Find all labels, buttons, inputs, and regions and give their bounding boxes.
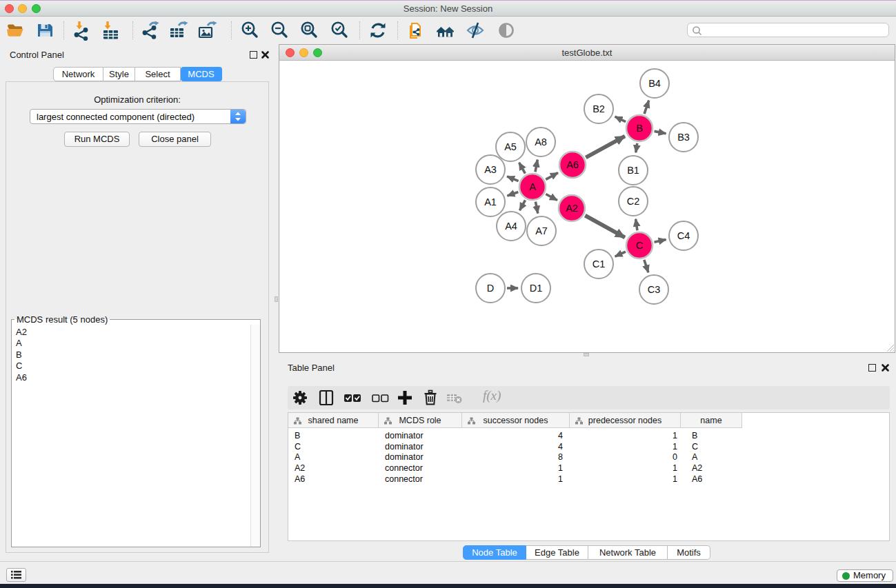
edge-B-B3[interactable] xyxy=(655,131,666,133)
node-A6[interactable]: A6 xyxy=(559,152,586,178)
table-row-A[interactable]: Adominator80A xyxy=(288,452,889,463)
export-table-icon[interactable] xyxy=(168,20,188,41)
import-table-icon[interactable] xyxy=(100,20,121,41)
svg-text:B2: B2 xyxy=(593,103,605,114)
edge-A2-C[interactable] xyxy=(585,216,625,238)
table-tab-network-table[interactable]: Network Table xyxy=(588,545,668,560)
edge-B-B1[interactable] xyxy=(636,143,637,153)
edge-C-C3[interactable] xyxy=(644,260,648,272)
column-header-MCDS-role[interactable]: MCDS role xyxy=(379,413,462,428)
import-network-icon[interactable] xyxy=(72,20,92,41)
horizontal-divider-handle[interactable] xyxy=(584,353,589,356)
node-D1[interactable]: D1 xyxy=(521,274,550,303)
node-B1[interactable]: B1 xyxy=(619,156,648,185)
node-B4[interactable]: B4 xyxy=(640,69,669,98)
edge-A-A6[interactable] xyxy=(546,173,558,180)
table-tab-motifs[interactable]: Motifs xyxy=(668,545,710,560)
zoom-selected-icon[interactable] xyxy=(329,20,350,41)
node-C4[interactable]: C4 xyxy=(669,221,698,250)
node-A4[interactable]: A4 xyxy=(497,212,526,241)
task-history-button[interactable] xyxy=(6,568,26,582)
select-all-icon[interactable] xyxy=(343,388,362,407)
node-A3[interactable]: A3 xyxy=(476,155,505,184)
memory-button[interactable]: Memory xyxy=(837,569,893,582)
node-A[interactable]: A xyxy=(519,174,546,200)
save-session-icon[interactable] xyxy=(34,20,55,41)
edge-C-C2[interactable] xyxy=(636,219,637,230)
deselect-all-icon[interactable] xyxy=(370,388,390,407)
edge-A-A1[interactable] xyxy=(507,192,518,196)
node-A8[interactable]: A8 xyxy=(526,128,555,156)
edge-C-C1[interactable] xyxy=(615,252,626,256)
table-row-B[interactable]: Bdominator41B xyxy=(288,430,889,441)
node-A5[interactable]: A5 xyxy=(496,132,525,161)
node-A2[interactable]: A2 xyxy=(559,195,585,221)
node-D[interactable]: D xyxy=(476,274,505,303)
export-image-icon[interactable] xyxy=(197,20,217,41)
control-tab-select[interactable]: Select xyxy=(135,67,181,81)
edge-A-A5[interactable] xyxy=(519,163,526,174)
column-header-predecessor-nodes[interactable]: predecessor nodes xyxy=(570,413,681,428)
node-A7[interactable]: A7 xyxy=(527,216,556,245)
node-C[interactable]: C xyxy=(626,232,653,258)
network-window-titlebar[interactable]: testGlobe.txt xyxy=(279,45,895,61)
node-C3[interactable]: C3 xyxy=(639,275,668,304)
show-all-icon[interactable] xyxy=(496,20,517,41)
export-network-icon[interactable] xyxy=(140,20,161,41)
create-column-icon[interactable] xyxy=(395,388,415,407)
open-file-icon[interactable] xyxy=(5,20,26,41)
table-row-C[interactable]: Cdominator41C xyxy=(288,441,889,452)
edge-A-A2[interactable] xyxy=(546,194,557,201)
control-tab-style[interactable]: Style xyxy=(103,67,135,81)
node-C1[interactable]: C1 xyxy=(584,250,613,278)
delete-table-icon[interactable] xyxy=(445,388,464,407)
window-titlebar[interactable]: Session: New Session xyxy=(0,1,896,17)
node-B2[interactable]: B2 xyxy=(584,94,613,123)
node-B3[interactable]: B3 xyxy=(669,123,698,152)
mcds-result-scrollbar[interactable] xyxy=(250,325,260,547)
search-input[interactable] xyxy=(687,23,889,37)
resize-handle-icon[interactable] xyxy=(887,345,894,352)
column-header-name[interactable]: name xyxy=(681,413,742,428)
table-tab-edge-table[interactable]: Edge Table xyxy=(526,545,588,560)
optimization-criterion-select[interactable]: largest connected component (directed) xyxy=(30,109,246,124)
node-A1[interactable]: A1 xyxy=(476,187,505,216)
table-panel-float-icon[interactable] xyxy=(868,364,876,372)
edge-B-B2[interactable] xyxy=(615,116,626,121)
zoom-fit-icon[interactable] xyxy=(299,20,319,41)
edge-A-A4[interactable] xyxy=(519,200,525,210)
vertical-divider-handle[interactable] xyxy=(275,296,278,302)
home-network-icon[interactable] xyxy=(435,20,456,41)
edge-C-C4[interactable] xyxy=(654,240,666,243)
new-network-icon[interactable] xyxy=(406,20,427,41)
edge-A-A8[interactable] xyxy=(535,160,537,172)
delete-column-icon[interactable] xyxy=(421,388,440,407)
column-header-successor-nodes[interactable]: successor nodes xyxy=(462,413,570,428)
column-header-shared-name[interactable]: shared name xyxy=(288,413,379,428)
edge-A-A7[interactable] xyxy=(535,202,537,214)
edge-A-A3[interactable] xyxy=(507,176,519,181)
control-panel-close-icon[interactable] xyxy=(261,50,270,59)
node-C2[interactable]: C2 xyxy=(619,187,648,216)
table-settings-icon[interactable] xyxy=(290,388,310,407)
table-row-A2[interactable]: A2connector11A2 xyxy=(288,463,889,474)
close-panel-button[interactable]: Close panel xyxy=(139,132,211,147)
control-tab-network[interactable]: Network xyxy=(53,67,103,81)
hide-selected-icon[interactable] xyxy=(465,20,486,41)
zoom-out-icon[interactable] xyxy=(269,20,290,41)
run-mcds-button[interactable]: Run MCDS xyxy=(64,132,130,147)
table-tab-node-table[interactable]: Node Table xyxy=(463,545,526,560)
refresh-icon[interactable] xyxy=(368,20,388,41)
network-graph-canvas[interactable]: B4B2BB3A8A5A6A3B1AC2A1A2A4A7C4CC1C3DD1 xyxy=(279,61,895,353)
control-panel-float-icon[interactable] xyxy=(250,51,257,59)
edge-B-B4[interactable] xyxy=(644,101,649,114)
control-tab-mcds[interactable]: MCDS xyxy=(181,67,222,81)
function-builder-icon[interactable]: f(x) xyxy=(483,388,501,403)
show-columns-icon[interactable] xyxy=(317,388,336,407)
zoom-in-icon[interactable] xyxy=(239,20,260,41)
edge-A6-B[interactable] xyxy=(586,136,625,158)
table-row-A6[interactable]: A6connector11A6 xyxy=(288,474,889,485)
node-B[interactable]: B xyxy=(626,115,653,141)
table-panel-close-icon[interactable] xyxy=(881,363,890,372)
node-table[interactable]: shared nameMCDS rolesuccessor nodesprede… xyxy=(288,412,890,541)
